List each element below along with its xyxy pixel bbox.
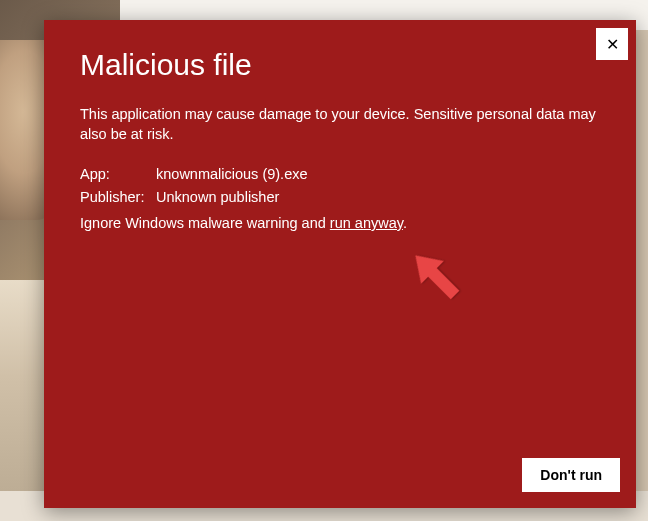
dialog-description: This application may cause damage to you…	[80, 104, 600, 145]
run-anyway-link[interactable]: run anyway	[330, 215, 403, 231]
ignore-warning-text: Ignore Windows malware warning and run a…	[80, 215, 600, 231]
smartscreen-dialog: ✕ Malicious file This application may ca…	[44, 20, 636, 508]
close-icon: ✕	[606, 35, 619, 54]
dont-run-button[interactable]: Don't run	[522, 458, 620, 492]
close-button[interactable]: ✕	[596, 28, 628, 60]
app-value: knownmalicious (9).exe	[156, 163, 600, 186]
publisher-value: Unknown publisher	[156, 186, 600, 209]
ignore-suffix: .	[403, 215, 407, 231]
ignore-prefix: Ignore Windows malware warning and	[80, 215, 330, 231]
publisher-info-row: Publisher: Unknown publisher	[80, 186, 600, 209]
dialog-content: Malicious file This application may caus…	[44, 20, 636, 251]
app-label: App:	[80, 163, 156, 186]
app-info-row: App: knownmalicious (9).exe	[80, 163, 600, 186]
dialog-title: Malicious file	[80, 48, 600, 82]
publisher-label: Publisher:	[80, 186, 156, 209]
